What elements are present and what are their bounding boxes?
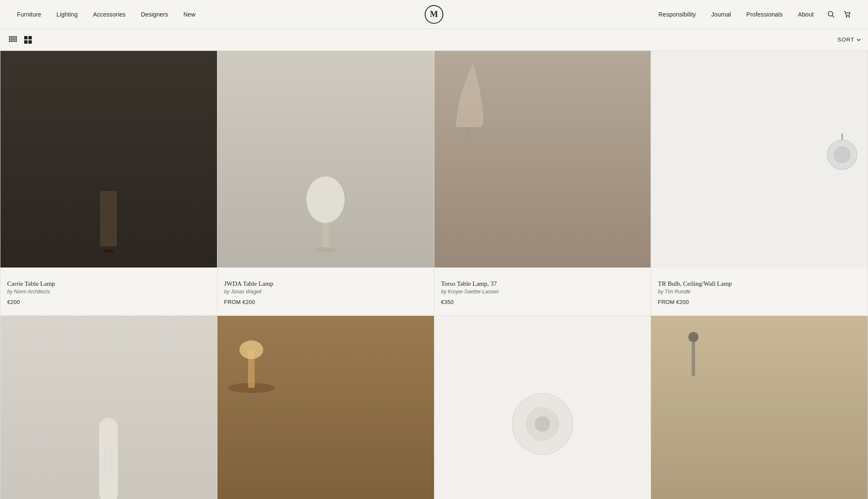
product-card[interactable]: Torso Table Lamp, 37by Kroyer-Saetter-La… bbox=[434, 51, 651, 316]
svg-rect-44 bbox=[692, 342, 695, 376]
svg-rect-6 bbox=[13, 36, 15, 38]
svg-rect-11 bbox=[15, 38, 17, 40]
nav-right: Responsibility Journal Professionals Abo… bbox=[659, 11, 814, 18]
logo-monogram: M bbox=[425, 5, 443, 24]
svg-rect-21 bbox=[105, 246, 112, 250]
product-image bbox=[434, 316, 651, 499]
grid-large-icon bbox=[24, 36, 32, 44]
svg-rect-22 bbox=[103, 250, 114, 252]
svg-line-1 bbox=[832, 15, 835, 17]
nav-responsibility[interactable]: Responsibility bbox=[659, 11, 696, 18]
svg-rect-5 bbox=[11, 36, 13, 38]
product-card[interactable]: JWDA Table Lamp, Portableby Jonas Wagell… bbox=[217, 316, 434, 499]
search-button[interactable] bbox=[827, 11, 835, 18]
header-icons bbox=[827, 11, 851, 18]
svg-point-2 bbox=[846, 16, 847, 17]
product-price: €200 bbox=[7, 299, 210, 305]
svg-point-3 bbox=[849, 16, 850, 17]
product-card[interactable]: Hashira Floor Lampby Norm ArchitectsFROM… bbox=[0, 316, 217, 499]
grid-small-icon bbox=[8, 36, 17, 44]
product-name: Torso Table Lamp, 37 bbox=[441, 280, 644, 287]
svg-rect-24 bbox=[322, 223, 329, 248]
nav-designers[interactable]: Designers bbox=[141, 11, 168, 18]
view-large-grid-button[interactable] bbox=[22, 34, 34, 46]
product-name: JWDA Table Lamp bbox=[224, 280, 427, 287]
nav-about[interactable]: About bbox=[798, 11, 814, 18]
product-price: €350 bbox=[441, 299, 644, 305]
product-info: TR Bulb, Ceiling/Wall Lampby Tim RundleF… bbox=[651, 274, 868, 315]
cart-button[interactable] bbox=[843, 11, 851, 18]
sort-button[interactable]: SORT bbox=[837, 36, 861, 43]
product-toolbar: SORT bbox=[0, 29, 868, 51]
site-header: Furniture Lighting Accessories Designers… bbox=[0, 0, 868, 29]
product-image bbox=[0, 51, 217, 268]
nav-journal[interactable]: Journal bbox=[711, 11, 731, 18]
cart-icon bbox=[843, 11, 851, 18]
product-image bbox=[217, 316, 434, 499]
product-image bbox=[0, 316, 217, 499]
svg-rect-20 bbox=[100, 191, 117, 246]
product-price: FROM €200 bbox=[658, 299, 861, 305]
nav-new[interactable]: New bbox=[184, 11, 195, 18]
svg-point-28 bbox=[834, 146, 851, 163]
product-card[interactable]: JWDA Table Lampby Jonas WagellFROM €200 bbox=[217, 51, 434, 316]
svg-rect-26 bbox=[465, 127, 472, 140]
svg-rect-10 bbox=[13, 38, 15, 40]
product-card[interactable]: Column Table Lamp, Portableby Norm Archi… bbox=[651, 316, 868, 499]
nav-professionals[interactable]: Professionals bbox=[746, 11, 783, 18]
sort-label: SORT bbox=[837, 36, 854, 43]
svg-rect-4 bbox=[9, 36, 11, 38]
product-grid: Carrie Table Lampby Norm Architects€200 … bbox=[0, 51, 868, 499]
product-image bbox=[434, 51, 651, 268]
product-card[interactable]: Carrie Table Lampby Norm Architects€200 bbox=[0, 51, 217, 316]
product-image bbox=[217, 51, 434, 268]
svg-rect-42 bbox=[651, 316, 719, 418]
product-price: FROM €200 bbox=[224, 299, 427, 305]
product-info: JWDA Table Lampby Jonas WagellFROM €200 bbox=[217, 274, 434, 315]
svg-rect-30 bbox=[99, 418, 118, 499]
product-info: Torso Table Lamp, 37by Kroyer-Saetter-La… bbox=[434, 274, 651, 315]
svg-point-25 bbox=[315, 247, 336, 252]
svg-rect-9 bbox=[11, 38, 13, 40]
svg-rect-16 bbox=[24, 36, 28, 39]
product-image bbox=[651, 316, 868, 499]
svg-point-41 bbox=[535, 416, 550, 432]
svg-rect-19 bbox=[28, 40, 32, 44]
nav-accessories[interactable]: Accessories bbox=[93, 11, 125, 18]
svg-rect-13 bbox=[11, 40, 13, 42]
product-image bbox=[651, 51, 868, 268]
product-name: Carrie Table Lamp bbox=[7, 280, 210, 287]
site-logo[interactable]: M bbox=[425, 5, 443, 24]
svg-rect-12 bbox=[9, 40, 11, 42]
svg-point-43 bbox=[688, 332, 698, 342]
product-card[interactable]: TR Bulbby Tim Rundle€100 bbox=[434, 316, 651, 499]
svg-point-23 bbox=[306, 176, 345, 223]
product-designer: by Kroyer-Saetter-Lassen bbox=[441, 289, 644, 295]
svg-point-38 bbox=[239, 340, 263, 359]
svg-rect-18 bbox=[24, 40, 28, 44]
product-designer: by Norm Architects bbox=[7, 289, 210, 295]
product-info: Carrie Table Lampby Norm Architects€200 bbox=[0, 274, 217, 315]
svg-rect-8 bbox=[9, 38, 11, 40]
product-name: TR Bulb, Ceiling/Wall Lamp bbox=[658, 280, 861, 287]
chevron-down-icon bbox=[856, 37, 861, 42]
search-icon bbox=[827, 11, 835, 18]
nav-left: Furniture Lighting Accessories Designers… bbox=[17, 11, 195, 18]
nav-lighting[interactable]: Lighting bbox=[56, 11, 78, 18]
product-designer: by Jonas Wagell bbox=[224, 289, 427, 295]
svg-rect-14 bbox=[13, 40, 15, 42]
view-small-grid-button[interactable] bbox=[7, 34, 19, 46]
view-toggle bbox=[7, 34, 34, 46]
svg-rect-15 bbox=[15, 40, 17, 42]
nav-furniture[interactable]: Furniture bbox=[17, 11, 41, 18]
svg-point-0 bbox=[828, 11, 833, 16]
svg-rect-17 bbox=[28, 36, 32, 39]
svg-rect-7 bbox=[15, 36, 17, 38]
product-card[interactable]: TR Bulb, Ceiling/Wall Lampby Tim RundleF… bbox=[651, 51, 868, 316]
product-designer: by Tim Rundle bbox=[658, 289, 861, 295]
